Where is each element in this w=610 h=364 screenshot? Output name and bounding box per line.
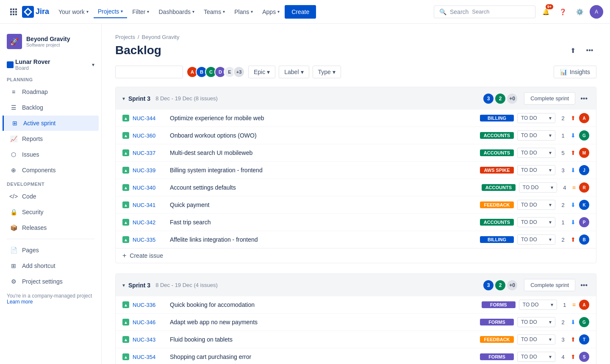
assignee-avatar[interactable]: J [579, 165, 589, 175]
complete-sprint-button-1[interactable]: Complete sprint [524, 92, 575, 105]
type-filter-button[interactable]: Type ▾ [313, 66, 341, 78]
issue-key[interactable]: NUC-360 [133, 132, 166, 139]
sidebar-item-code[interactable]: </> Code [3, 189, 99, 204]
table-row[interactable]: ▲ NUC-354 Shopping cart purchasing error… [116, 348, 596, 364]
nav-dashboards[interactable]: Dashboards ▾ [154, 6, 199, 18]
assignee-avatar[interactable]: M [579, 148, 589, 158]
issue-key[interactable]: NUC-335 [133, 237, 166, 243]
issue-label[interactable]: FORMS [480, 319, 514, 325]
table-row[interactable]: ▲ NUC-360 Onboard workout options (OWO) … [116, 127, 596, 144]
nav-apps[interactable]: Apps ▾ [258, 6, 284, 18]
issue-label[interactable]: FORMS [480, 353, 514, 360]
issue-key[interactable]: NUC-354 [133, 354, 166, 360]
table-row[interactable]: ▲ NUC-340 Account settings defaults ACCO… [116, 179, 596, 196]
assignee-avatar[interactable]: B [579, 234, 589, 245]
create-button[interactable]: Create [285, 5, 316, 19]
create-issue-sprint1[interactable]: + Create issue [116, 248, 596, 263]
status-button[interactable]: TO DO ▾ [519, 182, 557, 193]
issue-label[interactable]: FEEDBACK [480, 336, 514, 343]
backlog-search-input[interactable] [115, 66, 183, 78]
issue-key[interactable]: NUC-339 [133, 167, 166, 174]
user-avatar[interactable]: A [590, 5, 603, 19]
issue-key[interactable]: NUC-337 [133, 150, 166, 156]
issue-key[interactable]: NUC-344 [133, 115, 166, 121]
breadcrumb-project-name[interactable]: Beyond Gravity [142, 34, 180, 40]
issue-label[interactable]: ACCOUNTS [480, 219, 514, 226]
more-options-button[interactable]: ••• [583, 44, 596, 57]
table-row[interactable]: ▲ NUC-336 Quick booking for accomodation… [116, 296, 596, 314]
table-row[interactable]: ▲ NUC-341 Quick payment FEEDBACK TO DO ▾… [116, 196, 596, 214]
assignee-avatar[interactable]: T [579, 334, 589, 345]
issue-label[interactable]: ACCOUNTS [480, 149, 514, 156]
sidebar-item-backlog[interactable]: ☰ Backlog [3, 100, 99, 115]
status-button[interactable]: TO DO ▾ [517, 352, 555, 362]
nav-projects[interactable]: Projects ▾ [94, 6, 128, 18]
sidebar-item-security[interactable]: 🔒 Security [3, 204, 99, 220]
settings-button[interactable]: ⚙️ [573, 5, 586, 19]
issue-key[interactable]: NUC-341 [133, 202, 166, 208]
table-row[interactable]: ▲ NUC-346 Adapt web app no new payments … [116, 314, 596, 331]
sidebar-item-add-shortcut[interactable]: ⊞ Add shortcut [3, 258, 99, 273]
status-button[interactable]: TO DO ▾ [517, 165, 555, 175]
jira-logo[interactable]: Jira [22, 6, 49, 18]
epic-filter-button[interactable]: Epic ▾ [248, 66, 275, 78]
assignee-avatar[interactable]: A [579, 300, 589, 310]
sidebar-item-reports[interactable]: 📈 Reports [3, 131, 99, 146]
assignee-avatar[interactable]: G [579, 317, 589, 327]
sidebar-item-releases[interactable]: 📦 Releases [3, 220, 99, 235]
issue-label[interactable]: FEEDBACK [480, 201, 514, 208]
nav-plans[interactable]: Plans ▾ [230, 6, 257, 18]
assignee-avatar[interactable]: P [579, 217, 589, 227]
status-button[interactable]: TO DO ▾ [517, 234, 555, 245]
issue-label[interactable]: AWS SPIKE [480, 167, 514, 174]
grid-icon[interactable] [7, 5, 20, 19]
status-button[interactable]: TO DO ▾ [517, 200, 555, 210]
issue-key[interactable]: NUC-340 [133, 185, 166, 191]
breadcrumb-projects[interactable]: Projects [115, 34, 135, 40]
sprint-collapse-icon[interactable]: ▾ [122, 96, 125, 102]
status-button[interactable]: TO DO ▾ [517, 334, 555, 345]
status-button[interactable]: TO DO ▾ [517, 217, 555, 227]
board-selector[interactable]: Lunar Rover Board ▾ [0, 56, 101, 74]
issue-key[interactable]: NUC-343 [133, 336, 166, 343]
status-button[interactable]: TO DO ▾ [517, 130, 555, 141]
sidebar-item-issues[interactable]: ⬡ Issues [3, 147, 99, 162]
issue-key[interactable]: NUC-342 [133, 219, 166, 226]
nav-your-work[interactable]: Your work ▾ [54, 6, 93, 18]
learn-more-link[interactable]: Learn more [7, 299, 33, 305]
table-row[interactable]: ▲ NUC-344 Optimize experience for mobile… [116, 110, 596, 127]
status-button[interactable]: TO DO ▾ [517, 113, 555, 123]
notifications-button[interactable]: 🔔 9+ [539, 5, 552, 19]
sprint-collapse-icon[interactable]: ▾ [122, 282, 125, 288]
assignee-avatar[interactable]: S [579, 352, 589, 362]
issue-label[interactable]: BILLING [480, 236, 514, 243]
table-row[interactable]: ▲ NUC-343 Fluid booking on tablets FEEDB… [116, 331, 596, 348]
nav-filter[interactable]: Filter ▾ [128, 6, 153, 18]
complete-sprint-button-2[interactable]: Complete sprint [524, 279, 575, 291]
sprint-more-button-2[interactable]: ••• [579, 280, 589, 291]
nav-teams[interactable]: Teams ▾ [200, 6, 229, 18]
issue-key[interactable]: NUC-336 [133, 302, 166, 308]
assignee-avatar[interactable]: A [579, 113, 589, 123]
share-button[interactable]: ⬆ [566, 44, 580, 57]
sprint-more-button-1[interactable]: ••• [579, 93, 589, 104]
help-button[interactable]: ❓ [556, 5, 569, 19]
issue-label[interactable]: ACCOUNTS [482, 184, 516, 191]
label-filter-button[interactable]: Label ▾ [279, 66, 309, 78]
issue-label[interactable]: ACCOUNTS [480, 132, 514, 139]
issue-key[interactable]: NUC-346 [133, 319, 166, 325]
status-button[interactable]: TO DO ▾ [517, 148, 555, 158]
sidebar-item-project-settings[interactable]: ⚙ Project settings [3, 274, 99, 289]
issue-label[interactable]: BILLING [480, 115, 514, 121]
table-row[interactable]: ▲ NUC-342 Fast trip search ACCOUNTS TO D… [116, 214, 596, 231]
table-row[interactable]: ▲ NUC-339 Billing system integration - f… [116, 162, 596, 179]
status-button[interactable]: TO DO ▾ [517, 317, 555, 327]
table-row[interactable]: ▲ NUC-337 Multi-dest search UI mobileweb… [116, 144, 596, 162]
search-box[interactable]: 🔍 Search Search [434, 6, 535, 18]
assignee-avatar[interactable]: G [579, 130, 589, 141]
assignee-avatar[interactable]: K [579, 200, 589, 210]
table-row[interactable]: ▲ NUC-335 Affelite links integration - f… [116, 231, 596, 248]
sidebar-item-active-sprint[interactable]: ⊞ Active sprint [3, 116, 99, 131]
avatar-filter-more[interactable]: +3 [233, 66, 245, 78]
assignee-avatar[interactable]: R [579, 182, 589, 193]
